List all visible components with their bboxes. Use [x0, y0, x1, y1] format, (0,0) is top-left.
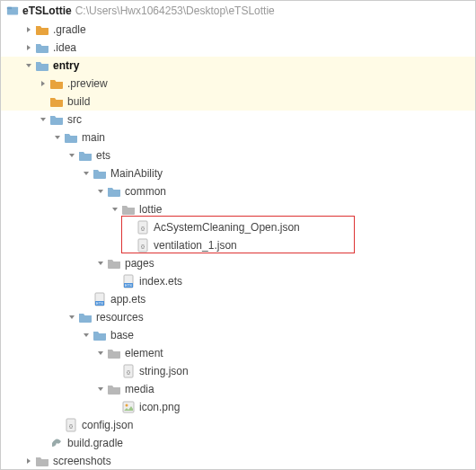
- tree-row[interactable]: ETSindex.ets: [1, 272, 475, 290]
- chevron-placeholder: [37, 95, 49, 108]
- folder-blue-icon: [78, 310, 93, 324]
- svg-text:{}: {}: [69, 423, 73, 429]
- tree-row[interactable]: media: [1, 380, 475, 398]
- chevron-placeholder: [123, 239, 136, 252]
- tree-label: icon.png: [139, 401, 180, 413]
- file-json-icon: {}: [136, 238, 150, 253]
- folder-gray-icon: [107, 256, 121, 270]
- file-ets-icon: ETS: [93, 292, 107, 306]
- tree-label: element: [125, 347, 163, 359]
- folder-gray-icon: [35, 454, 49, 468]
- folder-blue-icon: [93, 328, 107, 342]
- tree-row[interactable]: .preview: [1, 75, 475, 93]
- tree-row[interactable]: .idea: [1, 39, 475, 57]
- file-json-icon: {}: [64, 418, 78, 432]
- chevron-right-icon[interactable]: [22, 41, 35, 54]
- tree-row[interactable]: {}string.json: [1, 362, 475, 380]
- chevron-down-icon[interactable]: [80, 329, 93, 341]
- chevron-down-icon[interactable]: [94, 185, 107, 198]
- chevron-down-icon[interactable]: [22, 59, 35, 72]
- tree-label: build: [67, 95, 90, 108]
- tree-label: resources: [96, 311, 144, 324]
- tree-row[interactable]: ETSapp.ets: [1, 290, 475, 308]
- project-icon: [6, 4, 19, 17]
- svg-text:{}: {}: [141, 244, 145, 249]
- chevron-down-icon[interactable]: [37, 113, 49, 126]
- chevron-placeholder: [37, 437, 49, 449]
- chevron-placeholder: [109, 365, 121, 377]
- folder-blue-icon: [35, 58, 49, 73]
- chevron-right-icon[interactable]: [22, 455, 35, 467]
- tree-label: entry: [53, 59, 79, 72]
- chevron-down-icon[interactable]: [80, 167, 93, 180]
- chevron-down-icon[interactable]: [94, 257, 107, 270]
- tree-row[interactable]: screenshots: [1, 452, 475, 470]
- chevron-placeholder: [123, 221, 136, 234]
- file-gradle-icon: [49, 436, 64, 450]
- tree-label: common: [125, 185, 166, 198]
- folder-orange-icon: [49, 76, 64, 91]
- chevron-placeholder: [109, 401, 121, 413]
- tree-row[interactable]: lottie: [1, 200, 475, 218]
- tree-label: .preview: [67, 77, 108, 90]
- tree-row[interactable]: common: [1, 182, 475, 200]
- tree-label: config.json: [82, 419, 133, 431]
- tree-row[interactable]: {}ventilation_1.json: [1, 236, 475, 254]
- folder-blue-icon: [49, 112, 64, 127]
- svg-text:ETS: ETS: [125, 283, 132, 288]
- chevron-placeholder: [51, 419, 64, 431]
- tree-label: main: [82, 131, 105, 144]
- folder-gray-icon: [107, 346, 121, 360]
- chevron-right-icon[interactable]: [22, 23, 35, 36]
- tree-row[interactable]: build: [1, 93, 475, 111]
- svg-rect-14: [123, 402, 134, 412]
- folder-blue-icon: [93, 166, 107, 181]
- folder-blue-icon: [64, 130, 78, 145]
- tree-row[interactable]: .gradle: [1, 21, 475, 39]
- folder-blue-icon: [107, 184, 121, 199]
- tree-row[interactable]: icon.png: [1, 398, 475, 416]
- svg-text:{}: {}: [127, 369, 130, 375]
- chevron-down-icon[interactable]: [94, 347, 107, 359]
- chevron-down-icon[interactable]: [66, 311, 78, 324]
- file-json-icon: {}: [121, 364, 136, 378]
- tree-row[interactable]: src: [1, 111, 475, 129]
- tree-row[interactable]: base: [1, 326, 475, 344]
- tree-label: .gradle: [53, 23, 86, 36]
- tree-label: app.ets: [110, 293, 145, 306]
- folder-blue-icon: [78, 148, 93, 163]
- folder-orange-icon: [35, 22, 49, 37]
- chevron-down-icon[interactable]: [94, 383, 107, 395]
- tree-label: AcSystemCleaning_Open.json: [154, 221, 300, 234]
- tree-row[interactable]: element: [1, 344, 475, 362]
- chevron-right-icon[interactable]: [37, 77, 49, 90]
- tree-row[interactable]: pages: [1, 254, 475, 272]
- tree-row[interactable]: resources: [1, 308, 475, 326]
- chevron-down-icon[interactable]: [109, 203, 121, 216]
- tree-label: string.json: [139, 365, 189, 377]
- tree-label: index.ets: [139, 275, 182, 288]
- svg-text:{}: {}: [141, 226, 145, 231]
- tree-row[interactable]: entry: [1, 57, 475, 75]
- tree-row[interactable]: {}config.json: [1, 416, 475, 434]
- svg-rect-1: [7, 7, 12, 10]
- svg-text:ETS: ETS: [96, 301, 103, 306]
- tree-row[interactable]: {}AcSystemCleaning_Open.json: [1, 218, 475, 236]
- folder-gray-icon: [121, 202, 136, 217]
- folder-gray-icon: [107, 382, 121, 396]
- tree-row[interactable]: build.gradle: [1, 434, 475, 452]
- tree-row[interactable]: main: [1, 129, 475, 146]
- tree-label: .idea: [53, 41, 76, 54]
- file-ets-icon: ETS: [121, 274, 136, 288]
- tree-label: lottie: [139, 203, 162, 216]
- tree-label: ets: [96, 149, 110, 162]
- tree-label: ventilation_1.json: [154, 239, 237, 252]
- tree-label: src: [67, 113, 82, 126]
- chevron-placeholder: [80, 293, 93, 306]
- project-path: C:\Users\Hwx1064253\Desktop\eTSLottie: [75, 4, 275, 17]
- tree-row[interactable]: ets: [1, 146, 475, 164]
- chevron-down-icon[interactable]: [66, 149, 78, 162]
- file-tree: .gradle.ideaentry.previewbuildsrcmainets…: [1, 21, 475, 470]
- chevron-down-icon[interactable]: [51, 131, 64, 144]
- tree-row[interactable]: MainAbility: [1, 164, 475, 182]
